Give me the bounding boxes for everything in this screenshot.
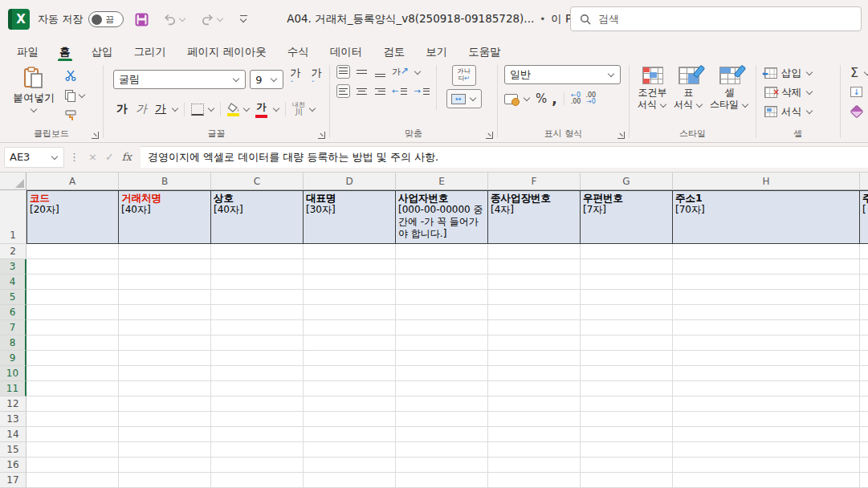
grid-cell[interactable]: [581, 473, 673, 488]
accounting-format-icon[interactable]: [504, 94, 518, 104]
grid-cell[interactable]: [396, 381, 488, 396]
grid-cell[interactable]: [304, 458, 396, 473]
format-as-table-button[interactable]: 표 서식: [672, 65, 705, 128]
name-box-dropdown-icon[interactable]: [51, 152, 58, 159]
grid-cell[interactable]: [304, 366, 396, 381]
header-cell[interactable]: 종사업장번호[4자]: [488, 190, 581, 244]
column-header-F[interactable]: F: [488, 173, 581, 190]
row-header-15[interactable]: 15: [0, 442, 26, 458]
grid-cell[interactable]: [488, 366, 581, 381]
grid-cell[interactable]: [673, 366, 860, 381]
grid-cell[interactable]: [673, 396, 860, 412]
align-left-button[interactable]: [336, 84, 350, 98]
percent-style-button[interactable]: %: [536, 92, 547, 106]
borders-dropdown-icon[interactable]: [208, 105, 214, 112]
grid-cell[interactable]: [304, 336, 396, 351]
delete-cells-button[interactable]: × 삭제: [764, 84, 837, 100]
grid-cell[interactable]: [488, 442, 581, 458]
tab-page-layout[interactable]: 페이지 레이아웃: [177, 39, 277, 61]
decrease-decimal-button[interactable]: .00→0: [585, 92, 596, 105]
grid-cell[interactable]: [673, 259, 860, 274]
clipboard-dialog-launcher-icon[interactable]: [92, 132, 99, 139]
redo-dropdown-icon[interactable]: [217, 15, 223, 22]
grid-cell[interactable]: [860, 274, 868, 290]
redo-button[interactable]: [198, 11, 227, 28]
grid-cell[interactable]: [860, 412, 868, 427]
grid-cell[interactable]: [304, 320, 396, 336]
grid-cell[interactable]: [211, 473, 304, 488]
grid-cell[interactable]: [26, 244, 119, 259]
grid-cell[interactable]: [581, 320, 673, 336]
copy-dropdown-icon[interactable]: [79, 92, 85, 98]
grid-cell[interactable]: [304, 412, 396, 427]
grid-cell[interactable]: [860, 396, 868, 412]
header-cell[interactable]: 주[: [860, 190, 868, 244]
grid-cell[interactable]: [26, 381, 119, 396]
column-header-partial[interactable]: [860, 173, 868, 190]
grid-cell[interactable]: [673, 427, 860, 442]
grid-cell[interactable]: [396, 259, 488, 274]
grid-cell[interactable]: [211, 259, 304, 274]
tab-insert[interactable]: 삽입: [81, 39, 124, 61]
grid-cell[interactable]: [119, 381, 211, 396]
orientation-dropdown-icon[interactable]: [414, 67, 421, 74]
grid-cell[interactable]: [119, 351, 211, 366]
grid-cell[interactable]: [119, 244, 211, 259]
grid-cell[interactable]: [26, 442, 119, 458]
top-align-button[interactable]: [336, 65, 350, 79]
grid-cell[interactable]: [396, 305, 488, 320]
autosave-toggle[interactable]: 끔: [88, 11, 124, 27]
header-cell[interactable]: 주소1[70자]: [673, 190, 860, 244]
grid-cell[interactable]: [581, 442, 673, 458]
grid-cell[interactable]: [581, 366, 673, 381]
grid-cell[interactable]: [396, 396, 488, 412]
grid-cell[interactable]: [211, 458, 304, 473]
grid-cell[interactable]: [673, 320, 860, 336]
grid-cell[interactable]: [673, 244, 860, 259]
wrap-text-button[interactable]: 가나 다↵: [452, 65, 476, 86]
select-all-corner[interactable]: [0, 173, 26, 190]
grid-cell[interactable]: [396, 412, 488, 427]
row-header-4[interactable]: 4: [0, 274, 26, 290]
grid-cell[interactable]: [673, 305, 860, 320]
grid-cell[interactable]: [860, 442, 868, 458]
grid-cell[interactable]: [304, 351, 396, 366]
tab-data[interactable]: 데이터: [320, 39, 373, 61]
comma-style-button[interactable]: ,: [552, 91, 556, 107]
column-header-G[interactable]: G: [581, 173, 673, 190]
save-button[interactable]: [132, 10, 152, 29]
grid-cell[interactable]: [860, 305, 868, 320]
grid-cell[interactable]: [211, 320, 304, 336]
grid-cell[interactable]: [119, 320, 211, 336]
decrease-indent-button[interactable]: ←: [392, 84, 409, 98]
grid-cell[interactable]: [26, 412, 119, 427]
grid-cell[interactable]: [860, 351, 868, 366]
align-right-button[interactable]: [373, 84, 387, 98]
grid-cell[interactable]: [488, 473, 581, 488]
grid-cell[interactable]: [860, 427, 868, 442]
grid-cell[interactable]: [119, 412, 211, 427]
grid-cell[interactable]: [26, 290, 119, 305]
format-cells-button[interactable]: 서식: [764, 104, 837, 120]
grid-cell[interactable]: [488, 458, 581, 473]
enter-button[interactable]: ✓: [101, 151, 118, 163]
grid-cell[interactable]: [26, 473, 119, 488]
increase-indent-button[interactable]: →: [414, 84, 430, 98]
grid-cell[interactable]: [488, 274, 581, 290]
cell-styles-button[interactable]: 셀 스타일: [708, 65, 751, 128]
grid-cell[interactable]: [581, 381, 673, 396]
grid-cell[interactable]: [211, 366, 304, 381]
header-cell[interactable]: 사업자번호[000-00-00000 중간에 -가 꼭 들어가야 합니다.]: [396, 190, 488, 244]
autosave-control[interactable]: 자동 저장 끔: [38, 11, 124, 27]
phonetic-guide-button[interactable]: 내천 川: [291, 102, 307, 116]
grid-cell[interactable]: [26, 427, 119, 442]
grid-cell[interactable]: [488, 244, 581, 259]
grid-cell[interactable]: [860, 259, 868, 274]
accounting-dropdown-icon[interactable]: [524, 95, 530, 101]
grid-cell[interactable]: [26, 351, 119, 366]
tab-draw[interactable]: 그리기: [124, 39, 177, 61]
grid-cell[interactable]: [211, 290, 304, 305]
grid-cell[interactable]: [673, 458, 860, 473]
grid-cell[interactable]: [581, 336, 673, 351]
column-header-E[interactable]: E: [396, 173, 488, 190]
